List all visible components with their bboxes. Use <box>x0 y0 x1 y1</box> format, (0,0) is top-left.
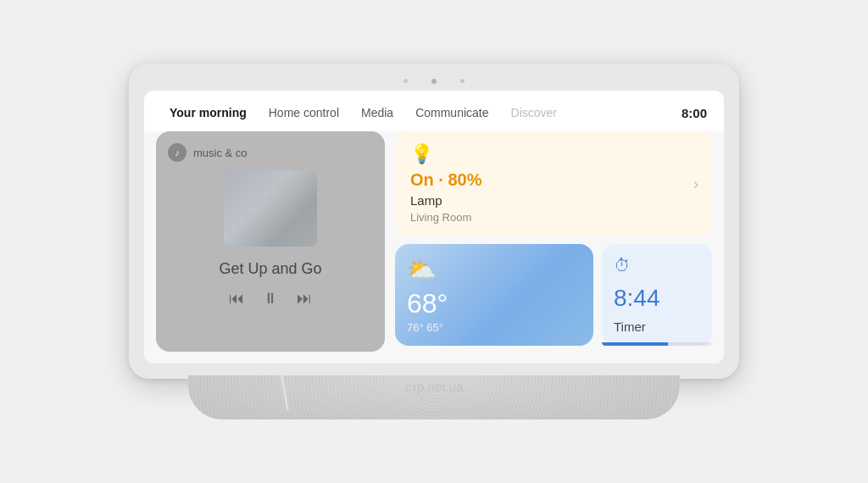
sensor-row <box>144 79 724 84</box>
sensor-left <box>403 79 408 83</box>
device-base <box>188 375 680 419</box>
nav-communicate[interactable]: Communicate <box>407 103 497 123</box>
nav-media[interactable]: Media <box>353 103 402 123</box>
device-frame: Your morning Home control Media Communic… <box>129 64 739 379</box>
nav-home-control[interactable]: Home control <box>260 103 348 123</box>
timer-icon: ⏱ <box>614 256 700 275</box>
right-column: 💡 On · 80% Lamp Living Room › ⛅ 68° <box>395 131 712 352</box>
nav-bar: Your morning Home control Media Communic… <box>144 91 724 131</box>
content-area: ♪ music & co Get Up and Go ⏮ ⏸ ⏭ <box>144 131 724 364</box>
playback-controls: ⏮ ⏸ ⏭ <box>168 290 373 308</box>
music-source-icon: ♪ <box>168 143 186 162</box>
power-cable <box>276 375 289 411</box>
lamp-name: Lamp <box>410 193 697 208</box>
prev-button[interactable]: ⏮ <box>229 290 244 308</box>
weather-temperature: 68° <box>407 288 581 319</box>
lamp-status: On · 80% <box>410 170 697 190</box>
song-title: Get Up and Go <box>168 260 373 278</box>
lamp-room: Living Room <box>410 211 697 224</box>
lamp-arrow-icon: › <box>693 175 698 192</box>
lamp-card[interactable]: 💡 On · 80% Lamp Living Room › <box>395 131 712 236</box>
music-card[interactable]: ♪ music & co Get Up and Go ⏮ ⏸ ⏭ <box>156 131 385 352</box>
sensor-right <box>460 79 465 83</box>
timer-label: Timer <box>614 319 700 334</box>
play-pause-button[interactable]: ⏸ <box>263 290 278 308</box>
google-home-hub: Your morning Home control Media Communic… <box>129 64 739 419</box>
nav-your-morning[interactable]: Your morning <box>161 103 255 123</box>
weather-range: 76° 65° <box>407 321 581 334</box>
weather-icon: ⛅ <box>407 256 581 284</box>
timer-time: 8:44 <box>614 285 700 312</box>
music-source-label: music & co <box>193 147 248 159</box>
weather-card[interactable]: ⛅ 68° 76° 65° <box>395 244 593 346</box>
music-header: ♪ music & co <box>168 143 373 162</box>
album-art <box>224 170 317 247</box>
next-button[interactable]: ⏭ <box>297 290 312 308</box>
nav-discover[interactable]: Discover <box>503 103 565 123</box>
nav-time: 8:00 <box>682 106 707 120</box>
device-screen: Your morning Home control Media Communic… <box>144 91 724 364</box>
timer-progress-bar-fill <box>602 342 668 346</box>
sensor-camera <box>431 79 437 84</box>
lamp-icon: 💡 <box>410 143 697 165</box>
timer-progress-bar-bg <box>602 342 712 346</box>
timer-card[interactable]: ⏱ 8:44 Timer <box>602 244 712 346</box>
bottom-row: ⛅ 68° 76° 65° ⏱ 8:44 Timer <box>395 244 712 346</box>
